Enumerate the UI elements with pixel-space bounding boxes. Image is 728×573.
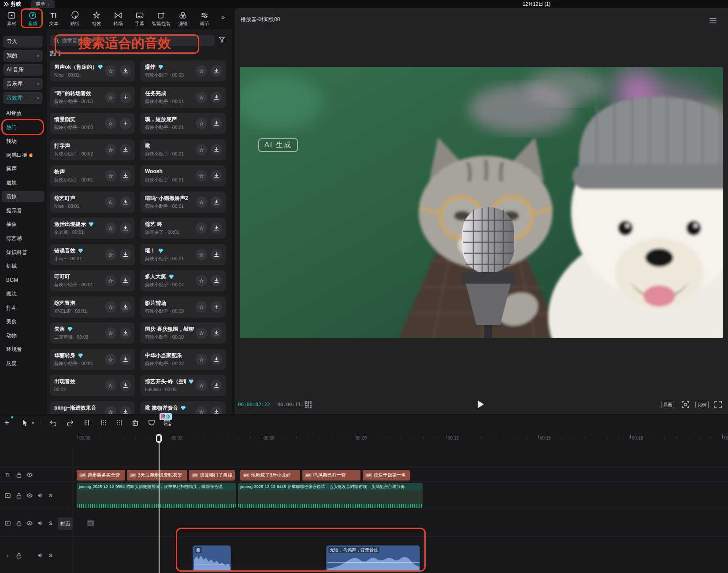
speaker-icon[interactable] [36, 520, 44, 527]
favorite-star-button[interactable]: ☆ [105, 222, 116, 234]
filter-funnel-icon[interactable] [219, 37, 225, 43]
toolbar-tab-filter[interactable]: 滤镜 [173, 9, 193, 29]
lock-icon[interactable] [15, 492, 23, 499]
download-button[interactable] [120, 301, 131, 313]
favorite-star-button[interactable]: ☆ [196, 222, 207, 234]
toolbar-tab-text[interactable]: TI 文本 [44, 9, 64, 29]
audio-clip[interactable]: 无语，乌鸦声，背景音效 [326, 545, 420, 572]
download-button[interactable] [211, 170, 222, 181]
favorite-star-button[interactable]: ☆ [196, 144, 207, 155]
sidebar-category-item[interactable]: 知识科普 [6, 248, 27, 256]
download-button[interactable] [211, 196, 222, 208]
sound-card[interactable]: 喵呜~小猫撒娇声2 剪映小助手 · 00:01 ☆ [141, 192, 226, 213]
toolbar-tab-transition[interactable]: 转场 [108, 9, 128, 29]
favorite-star-button[interactable]: ☆ [105, 170, 116, 181]
sound-card[interactable]: 男声ok（肯定的） Nine · 00:01 ☆ [50, 60, 135, 81]
favorite-star-button[interactable]: ☆ [196, 92, 207, 103]
video-track-icon[interactable] [4, 520, 11, 527]
favorite-star-button[interactable]: ☆ [105, 92, 116, 103]
select-tool-button[interactable] [22, 418, 28, 427]
redo-button[interactable] [66, 418, 74, 427]
film-strip-icon[interactable] [87, 520, 94, 526]
favorite-star-button[interactable]: ☆ [196, 118, 207, 129]
speaker-icon[interactable] [36, 552, 44, 559]
sidebar-category-item[interactable]: AI音效 [6, 109, 22, 117]
favorite-star-button[interactable]: ☆ [105, 301, 116, 313]
sound-card[interactable]: 情景剧笑 剪映小助手 · 00:03 ☆ + [50, 113, 135, 134]
toolbar-tab-effects[interactable]: 特效 [86, 9, 107, 29]
frame-grid-icon[interactable] [305, 401, 312, 408]
eye-icon[interactable] [26, 471, 33, 478]
sound-card[interactable]: 出现音效 00:02 ☆ [50, 375, 135, 396]
trim-right-button[interactable] [115, 418, 123, 427]
sound-card[interactable]: 中华小当家配乐 剪映小助手 · 00:22 ☆ [141, 349, 226, 370]
download-button[interactable] [211, 65, 222, 77]
favorite-star-button[interactable]: ☆ [105, 327, 116, 339]
sidebar-category-item[interactable]: 动物 [6, 332, 17, 340]
sidebar-category-item[interactable]: 笑声 [6, 165, 17, 173]
sound-card[interactable]: 华丽转身 剪映小助手 · 00:01 ☆ [50, 349, 135, 370]
toolbar-tab-captions[interactable]: 字幕 [130, 9, 150, 29]
sound-card[interactable]: 枪声 剪映小助手 · 00:01 ☆ [50, 165, 135, 186]
sound-card[interactable]: 叮叮叮 剪映小助手 · 00:01 ☆ [50, 270, 135, 291]
sidebar-category-item[interactable]: 震惊 [6, 192, 17, 200]
download-button[interactable] [120, 354, 131, 365]
download-button[interactable] [120, 65, 131, 77]
favorite-star-button[interactable]: ☆ [196, 275, 207, 286]
sound-card[interactable]: “呼”的转场音效 剪映小助手 · 00:03 ☆ + [50, 87, 135, 108]
sidebar-category-item[interactable]: BGM [6, 276, 18, 284]
playhead-handle[interactable] [156, 434, 162, 443]
toolbar-more-icon[interactable]: » [221, 13, 225, 21]
undo-button[interactable] [49, 418, 57, 427]
toolbar-tab-smart-pack[interactable]: 智能包装 [151, 9, 171, 29]
sound-card[interactable]: 嚯！ 剪映小助手 · 00:01 ☆ [141, 244, 226, 265]
solo-button[interactable]: S [47, 492, 55, 499]
favorite-star-button[interactable]: ☆ [196, 354, 207, 365]
sidebar-category-item[interactable]: 机械 [6, 262, 17, 270]
lock-icon[interactable] [15, 471, 23, 478]
trim-left-button[interactable] [100, 418, 108, 427]
sidebar-button-0[interactable]: 导入 [3, 36, 43, 48]
sidebar-category-item[interactable]: 环境音 [6, 345, 22, 353]
text-clip[interactable]: A≡摆烂干饭第一名 [363, 470, 410, 481]
download-button[interactable] [211, 92, 222, 103]
video-clip[interactable]: jimeng-2025-12-12-9954-猫咪头部微微前倾，眼神犀利扫视镜头… [77, 483, 236, 508]
sidebar-category-item[interactable]: 转场 [6, 137, 17, 145]
sound-card[interactable]: 打字声 剪映小助手 · 00:02 ☆ [50, 139, 135, 160]
download-button[interactable] [120, 170, 131, 181]
sound-card[interactable]: 综艺冒泡 XNCLIP · 00:01 ☆ [50, 296, 135, 318]
favorite-star-button[interactable]: ☆ [196, 249, 207, 260]
add-button[interactable]: + [211, 301, 222, 313]
sound-card[interactable]: 国庆 喜庆氛围，敲锣打... 剪映小助手 · 00:10 ☆ [141, 322, 226, 344]
text-clip[interactable]: A≡跑步装备买全套 [77, 470, 125, 481]
add-media-button[interactable]: + [4, 418, 9, 427]
text-clip[interactable]: A≡PUA自己有一套 [302, 470, 360, 481]
chevron-down-icon[interactable]: ˅ [32, 418, 34, 427]
download-button[interactable] [211, 275, 222, 286]
menu-button[interactable]: 菜单 ⌄ [31, 0, 55, 8]
lock-icon[interactable] [15, 552, 23, 559]
favorite-star-button[interactable]: ☆ [196, 380, 207, 391]
favorite-star-button[interactable]: ☆ [105, 354, 116, 365]
download-button[interactable] [211, 118, 222, 129]
audio-track-icon[interactable]: ♪ [4, 552, 11, 559]
sound-card[interactable]: 啾 剪映小助手 · 00:01 ☆ [141, 139, 226, 160]
download-button[interactable] [120, 222, 131, 234]
favorite-star-button[interactable]: ☆ [196, 196, 207, 208]
aspect-ratio-button[interactable]: 比例 [695, 401, 709, 408]
preview-menu-icon[interactable] [709, 17, 717, 25]
sidebar-button-sfx-library[interactable]: 音效库˄ [3, 92, 43, 104]
download-button[interactable] [120, 380, 131, 391]
sound-card[interactable]: Woosh 剪映小助手 · 00:01 ☆ [141, 165, 226, 186]
download-button[interactable] [211, 354, 222, 365]
audio-clip[interactable]: 曼 [193, 545, 231, 572]
add-button[interactable]: + [120, 118, 131, 129]
sidebar-category-item[interactable]: 提示音 [6, 207, 22, 214]
video-track-icon[interactable] [4, 492, 11, 499]
focus-icon[interactable] [682, 401, 689, 408]
speaker-icon[interactable] [36, 492, 44, 499]
fullscreen-icon[interactable] [714, 401, 722, 408]
sidebar-category-item[interactable]: 综艺感 [6, 234, 22, 242]
favorite-star-button[interactable]: ☆ [196, 327, 207, 339]
sidebar-category-item[interactable]: 悬疑 [6, 359, 17, 367]
